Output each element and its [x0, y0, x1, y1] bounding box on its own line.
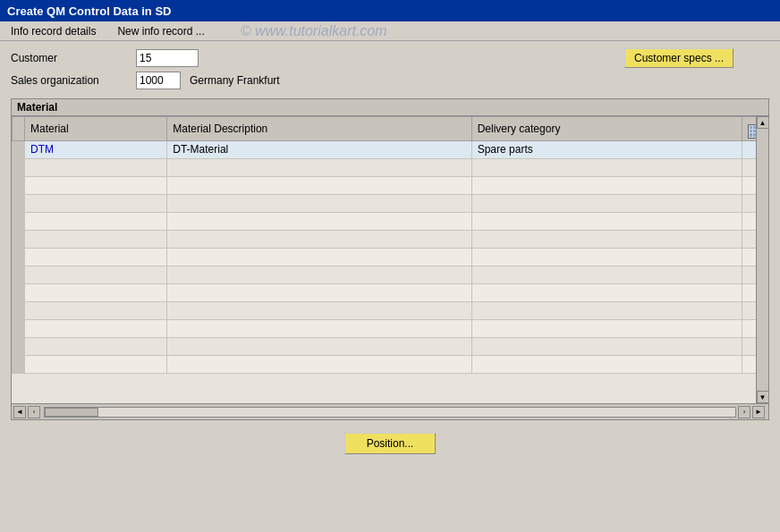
- table-row: [13, 248, 768, 266]
- table-row: [13, 283, 768, 301]
- scroll-first-btn[interactable]: ◄: [13, 406, 26, 418]
- material-cell[interactable]: [25, 158, 167, 176]
- scroll-thumb[interactable]: [758, 129, 768, 391]
- table-row: [13, 337, 768, 355]
- material-table-section: Material Material Material Description D…: [11, 98, 769, 420]
- row-selector-1[interactable]: [13, 140, 25, 158]
- selector-header: [13, 117, 25, 141]
- customer-specs-button[interactable]: Customer specs ...: [624, 48, 733, 68]
- content-area: Customer Customer specs ... Sales organi…: [0, 41, 780, 532]
- customer-input[interactable]: [136, 49, 199, 67]
- sales-org-text: Germany Frankfurt: [190, 74, 280, 87]
- customer-label: Customer: [11, 52, 136, 64]
- position-button[interactable]: Position...: [344, 433, 437, 454]
- sales-org-input[interactable]: [136, 72, 181, 89]
- scroll-next-btn[interactable]: ›: [738, 406, 750, 418]
- scroll-last-btn[interactable]: ►: [752, 406, 765, 418]
- table-row: [13, 158, 768, 176]
- material-cell[interactable]: DTM: [25, 140, 167, 158]
- table-row: [13, 194, 768, 212]
- description-cell: [167, 158, 471, 176]
- table-section-title: Material: [12, 99, 768, 116]
- table-row: DTM DT-Material Spare parts: [13, 140, 768, 158]
- delivery-category-cell: Spare parts: [471, 140, 742, 158]
- title-bar: Create QM Control Data in SD: [0, 0, 780, 21]
- material-col-header: Material: [25, 117, 167, 141]
- scroll-up-arrow[interactable]: ▲: [757, 116, 769, 129]
- horizontal-scrollbar[interactable]: [44, 407, 736, 418]
- description-cell: DT-Material: [167, 140, 471, 158]
- sales-org-row: Sales organization Germany Frankfurt: [11, 72, 769, 89]
- table-row: [13, 230, 768, 248]
- material-table: Material Material Description Delivery c…: [12, 116, 768, 374]
- delivery-category-cell: [471, 158, 742, 176]
- table-row: [13, 176, 768, 194]
- material-link[interactable]: DTM: [30, 143, 54, 156]
- table-row: [13, 212, 768, 230]
- h-scroll-thumb[interactable]: [45, 408, 98, 417]
- row-selector[interactable]: [13, 158, 25, 176]
- bottom-scrollbar-area: ◄ ‹ › ►: [12, 403, 768, 419]
- menu-bar: Info record details New info record ... …: [0, 21, 780, 41]
- watermark: © www.tutorialkart.com: [241, 23, 387, 39]
- description-col-header: Material Description: [167, 117, 471, 141]
- sales-org-label: Sales organization: [11, 74, 136, 87]
- scroll-down-arrow[interactable]: ▼: [757, 391, 769, 403]
- table-row: [13, 319, 768, 337]
- menu-new-info-record[interactable]: New info record ...: [114, 24, 208, 38]
- scroll-prev-btn[interactable]: ‹: [28, 406, 40, 418]
- vertical-scrollbar[interactable]: ▲ ▼: [756, 116, 768, 403]
- table-row: [13, 266, 768, 283]
- main-window: Create QM Control Data in SD Info record…: [0, 0, 780, 532]
- bottom-button-area: Position...: [11, 420, 769, 463]
- window-title: Create QM Control Data in SD: [7, 4, 171, 18]
- table-row: [13, 301, 768, 319]
- h-scroll-right-arrows: › ►: [738, 406, 767, 418]
- customer-row: Customer Customer specs ...: [11, 48, 769, 68]
- table-row: [13, 355, 768, 373]
- delivery-col-header: Delivery category: [471, 117, 742, 141]
- menu-info-record-details[interactable]: Info record details: [7, 24, 99, 38]
